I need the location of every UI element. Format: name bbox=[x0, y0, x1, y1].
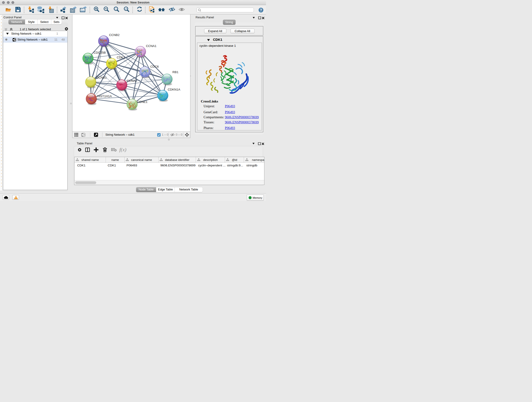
svg-text:HIST1H1A: HIST1H1A bbox=[97, 94, 112, 98]
svg-text:CCNB2: CCNB2 bbox=[109, 33, 120, 37]
svg-text:CDK1: CDK1 bbox=[117, 56, 125, 59]
svg-text:CCNE1: CCNE1 bbox=[137, 100, 147, 103]
svg-text:CCNA1: CCNA1 bbox=[146, 44, 157, 48]
svg-text:CDC6: CDC6 bbox=[150, 65, 159, 68]
svg-text:CCNA2: CCNA2 bbox=[127, 79, 137, 82]
svg-text:CCNB1: CCNB1 bbox=[96, 76, 107, 79]
svg-text:CDC25B: CDC25B bbox=[94, 51, 106, 54]
svg-text:?: ? bbox=[260, 8, 262, 12]
svg-text:CDKN1A: CDKN1A bbox=[168, 88, 180, 91]
svg-text:RB1: RB1 bbox=[172, 70, 178, 74]
